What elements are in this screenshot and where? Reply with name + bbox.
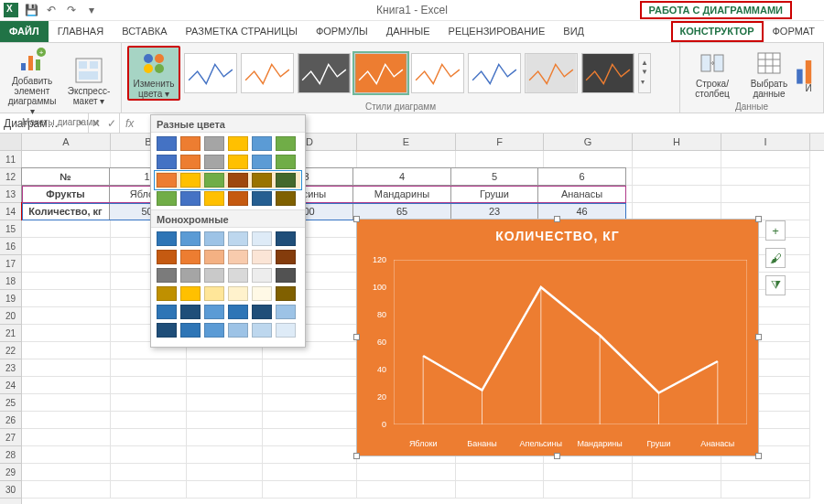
change-colors-button[interactable]: Изменить цвета ▾: [127, 46, 180, 101]
redo-icon[interactable]: ↷: [64, 3, 79, 17]
cell-G12[interactable]: 6: [537, 167, 626, 186]
color-scheme-row[interactable]: [157, 231, 299, 246]
cell-E12[interactable]: 4: [352, 167, 451, 186]
row-header-26[interactable]: 26: [0, 412, 21, 429]
cell-B24[interactable]: [111, 377, 187, 394]
tab-data[interactable]: ДАННЫЕ: [377, 21, 439, 42]
chart-object[interactable]: КОЛИЧЕСТВО, КГ 020406080100120 ЯблокиБан…: [356, 219, 759, 456]
cell-G30[interactable]: [544, 481, 633, 499]
chart-style-4[interactable]: [354, 53, 407, 93]
tab-page-layout[interactable]: РАЗМЕТКА СТРАНИЦЫ: [176, 21, 306, 42]
cancel-icon[interactable]: ✕: [92, 117, 101, 130]
row-header-18[interactable]: 18: [0, 273, 21, 290]
color-scheme-row[interactable]: [157, 250, 299, 264]
resize-handle[interactable]: [353, 453, 360, 459]
row-header-25[interactable]: 25: [0, 394, 21, 412]
cell-B27[interactable]: [111, 429, 187, 446]
cell-A29[interactable]: [22, 464, 111, 481]
cell-D23[interactable]: [263, 359, 357, 377]
cell-F29[interactable]: [456, 464, 544, 481]
cell-A27[interactable]: [22, 429, 111, 446]
col-header-H[interactable]: H: [633, 134, 721, 150]
cell-A25[interactable]: [22, 394, 111, 412]
cell-F13[interactable]: Груши: [450, 185, 538, 203]
cell-G29[interactable]: [544, 464, 633, 481]
cell-C27[interactable]: [187, 429, 263, 446]
cell-C23[interactable]: [187, 359, 263, 377]
select-data-button[interactable]: Выбрать данные: [743, 48, 796, 99]
chart-plot-area[interactable]: [394, 260, 747, 424]
row-header-27[interactable]: 27: [0, 429, 21, 446]
col-header-A[interactable]: A: [22, 134, 111, 150]
qat-customize-icon[interactable]: ▾: [84, 3, 99, 17]
cell-A16[interactable]: [22, 238, 111, 255]
resize-handle[interactable]: [554, 216, 560, 222]
worksheet[interactable]: 1112131415161718192021222324252627282930…: [0, 134, 824, 504]
col-header-I[interactable]: I: [721, 134, 810, 150]
cell-A19[interactable]: [22, 290, 111, 307]
cell-D26[interactable]: [263, 412, 357, 429]
undo-icon[interactable]: ↶: [44, 3, 59, 17]
col-header-G[interactable]: G: [544, 134, 633, 150]
cell-C30[interactable]: [187, 481, 263, 499]
cell-B26[interactable]: [111, 412, 187, 429]
cell-C24[interactable]: [187, 377, 263, 394]
row-header-14[interactable]: 14: [0, 203, 21, 220]
color-scheme-row[interactable]: [157, 191, 299, 206]
chart-styles-button[interactable]: 🖌: [765, 248, 786, 268]
cell-B25[interactable]: [111, 394, 187, 412]
cell-A15[interactable]: [22, 220, 111, 238]
cell-F30[interactable]: [456, 481, 544, 499]
row-header-19[interactable]: 19: [0, 290, 21, 307]
cell-F12[interactable]: 5: [450, 167, 538, 186]
chart-style-6[interactable]: [468, 53, 521, 93]
resize-handle[interactable]: [353, 216, 360, 222]
cell-I12[interactable]: [721, 168, 810, 186]
cell-E13[interactable]: Мандарины: [352, 185, 451, 203]
color-scheme-row[interactable]: [157, 286, 299, 301]
cell-B29[interactable]: [111, 464, 187, 481]
row-header-16[interactable]: 16: [0, 238, 21, 255]
cell-H12[interactable]: [633, 168, 721, 186]
tab-formulas[interactable]: ФОРМУЛЫ: [307, 21, 377, 42]
cell-A23[interactable]: [22, 359, 111, 377]
row-header-22[interactable]: 22: [0, 342, 21, 359]
color-scheme-row[interactable]: [157, 268, 299, 283]
cell-A21[interactable]: [22, 325, 111, 342]
cell-C26[interactable]: [187, 412, 263, 429]
cell-A12[interactable]: №: [21, 167, 110, 186]
cell-D30[interactable]: [263, 481, 357, 499]
tab-format[interactable]: ФОРМАТ: [764, 21, 825, 42]
cell-C29[interactable]: [187, 464, 263, 481]
cell-F14[interactable]: 23: [450, 202, 538, 220]
color-scheme-row[interactable]: [157, 155, 299, 169]
name-box[interactable]: Диаграм… ▼: [0, 113, 89, 133]
cell-B23[interactable]: [111, 359, 187, 377]
row-header-24[interactable]: 24: [0, 377, 21, 394]
resize-handle[interactable]: [755, 216, 762, 222]
row-header-30[interactable]: 30: [0, 481, 21, 499]
cell-D28[interactable]: [263, 446, 357, 464]
enter-icon[interactable]: ✓: [107, 117, 116, 130]
cell-A28[interactable]: [22, 446, 111, 464]
cell-D25[interactable]: [263, 394, 357, 412]
tab-home[interactable]: ГЛАВНАЯ: [49, 21, 113, 42]
cell-E29[interactable]: [357, 464, 456, 481]
chart-style-8[interactable]: [581, 53, 634, 93]
chart-style-1[interactable]: [184, 53, 237, 93]
row-header-11[interactable]: 11: [0, 151, 21, 168]
cell-A22[interactable]: [22, 342, 111, 359]
cell-A26[interactable]: [22, 412, 111, 429]
row-header-20[interactable]: 20: [0, 307, 21, 325]
row-header-29[interactable]: 29: [0, 464, 21, 481]
tab-file[interactable]: ФАЙЛ: [0, 21, 49, 42]
cell-B28[interactable]: [111, 446, 187, 464]
cell-H30[interactable]: [633, 481, 721, 499]
cell-C25[interactable]: [187, 394, 263, 412]
save-icon[interactable]: 💾: [24, 3, 38, 17]
chart-title[interactable]: КОЛИЧЕСТВО, КГ: [357, 220, 758, 247]
gallery-more-icon[interactable]: ▲▼▾: [638, 53, 651, 93]
cell-B30[interactable]: [111, 481, 187, 499]
color-scheme-row[interactable]: [157, 323, 299, 338]
cell-C28[interactable]: [187, 446, 263, 464]
